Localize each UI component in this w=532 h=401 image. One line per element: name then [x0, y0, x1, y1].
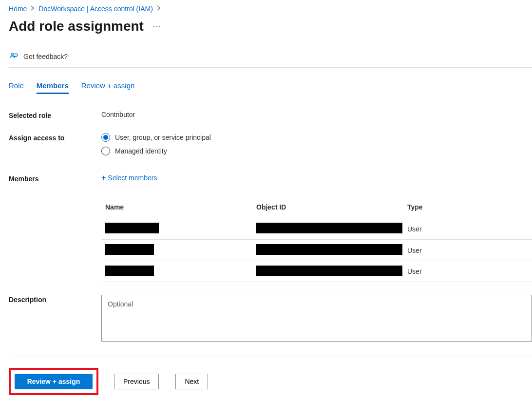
select-members-label: Select members [108, 174, 157, 182]
tabs: Role Members Review + assign [9, 81, 532, 94]
breadcrumb: Home DocWorkspace | Access control (IAM) [9, 0, 532, 13]
radio-user-group-sp-label: User, group, or service principal [115, 134, 211, 141]
redacted-object-id [256, 244, 402, 255]
table-row: User [101, 261, 532, 282]
redacted-name [105, 223, 159, 233]
label-assign-access-to: Assign access to [9, 133, 101, 142]
button-bar: Review + assign Previous Next [9, 357, 532, 395]
chevron-right-icon [157, 5, 161, 12]
breadcrumb-parent[interactable]: DocWorkspace | Access control (IAM) [38, 5, 152, 13]
feedback-label: Got feedback? [23, 53, 68, 60]
feedback-bar[interactable]: Got feedback? [9, 52, 532, 68]
previous-button[interactable]: Previous [114, 374, 159, 389]
col-type: Type [407, 203, 528, 211]
row-assign-access-to: Assign access to User, group, or service… [9, 133, 532, 160]
label-selected-role: Selected role [9, 111, 101, 119]
description-textarea[interactable] [101, 295, 532, 342]
cell-type: User [407, 247, 528, 254]
svg-point-0 [11, 53, 14, 56]
redacted-object-id [256, 266, 402, 276]
table-row: User [101, 218, 532, 239]
svg-rect-1 [14, 54, 18, 57]
breadcrumb-home[interactable]: Home [9, 5, 27, 13]
more-actions-icon[interactable]: ⋯ [152, 21, 162, 32]
col-name: Name [105, 203, 256, 211]
cell-type: User [407, 225, 528, 233]
radio-managed-identity[interactable]: Managed identity [101, 147, 532, 155]
redacted-name [105, 266, 154, 276]
cell-type: User [407, 267, 528, 275]
radio-managed-identity-label: Managed identity [115, 147, 167, 155]
plus-icon: + [101, 174, 106, 182]
members-table: Name Object ID Type User User [101, 196, 532, 282]
highlight-frame: Review + assign [9, 368, 98, 395]
radio-icon [101, 133, 110, 142]
feedback-icon [9, 52, 19, 61]
redacted-name [105, 244, 154, 255]
chevron-right-icon [31, 5, 35, 12]
table-row: User [101, 239, 532, 261]
row-members: Members + Select members Name Object ID … [9, 174, 532, 282]
value-selected-role: Contributor [101, 111, 532, 118]
radio-icon [101, 147, 110, 155]
tab-members[interactable]: Members [37, 81, 69, 94]
tab-role[interactable]: Role [9, 81, 24, 94]
label-description: Description [9, 295, 101, 304]
row-description: Description [9, 295, 532, 343]
label-members: Members [9, 174, 101, 183]
radio-user-group-sp[interactable]: User, group, or service principal [101, 133, 532, 142]
select-members-link[interactable]: + Select members [101, 174, 157, 182]
redacted-object-id [256, 223, 402, 233]
page-title: Add role assignment [9, 19, 144, 34]
row-selected-role: Selected role Contributor [9, 111, 532, 119]
next-button[interactable]: Next [175, 374, 208, 389]
review-assign-button[interactable]: Review + assign [15, 374, 93, 389]
col-object-id: Object ID [256, 203, 407, 211]
tab-review-assign[interactable]: Review + assign [81, 81, 135, 94]
